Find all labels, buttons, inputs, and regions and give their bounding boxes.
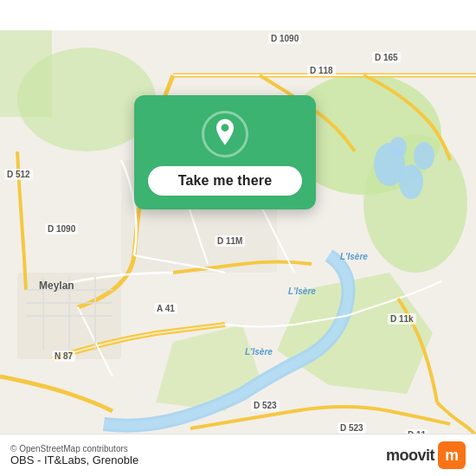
popup-card: Take me there (134, 95, 316, 209)
road-label-d523-br: D 523 (338, 422, 366, 434)
road-label-lisere3: L'Isère (242, 346, 275, 357)
road-label-d118: D 118 (307, 65, 336, 76)
moovit-logo: moovit m (386, 441, 466, 469)
road-label-lisere1: L'Isère (338, 251, 370, 262)
location-icon-wrap (202, 111, 248, 158)
road-label-a41: A 41 (154, 303, 177, 314)
road-label-d165: D 165 (372, 52, 401, 63)
svg-text:m: m (445, 447, 459, 464)
road-label-d523-bot: D 523 (251, 400, 280, 411)
road-label-n87: N 87 (52, 351, 75, 362)
map-container: D 1090 D 165 D 118 D 512 D 1090 D 11M Me… (0, 0, 476, 476)
moovit-text: moovit (386, 447, 434, 465)
svg-point-8 (399, 164, 423, 199)
road-label-d11k: D 11k (388, 313, 416, 325)
road-label-d11m: D 11M (215, 235, 245, 247)
location-name: OBS - IT&Labs, Grenoble (10, 453, 138, 466)
take-me-there-button[interactable]: Take me there (148, 166, 302, 196)
svg-rect-6 (0, 30, 52, 117)
road-label-d1090-left: D 1090 (45, 223, 78, 235)
moovit-icon: m (438, 441, 466, 469)
svg-point-9 (414, 142, 434, 170)
svg-point-10 (389, 137, 407, 158)
location-pin-icon (212, 119, 238, 150)
svg-point-21 (222, 124, 229, 132)
road-label-d1090-top: D 1090 (268, 33, 301, 44)
bottom-left: © OpenStreetMap contributors OBS - IT&La… (10, 444, 138, 466)
road-label-d512: D 512 (4, 169, 33, 180)
bottom-bar: © OpenStreetMap contributors OBS - IT&La… (0, 434, 476, 476)
road-label-meylan: Meylan (36, 279, 77, 293)
road-label-lisere2: L'Isère (286, 286, 318, 297)
osm-attribution: © OpenStreetMap contributors (10, 444, 138, 453)
